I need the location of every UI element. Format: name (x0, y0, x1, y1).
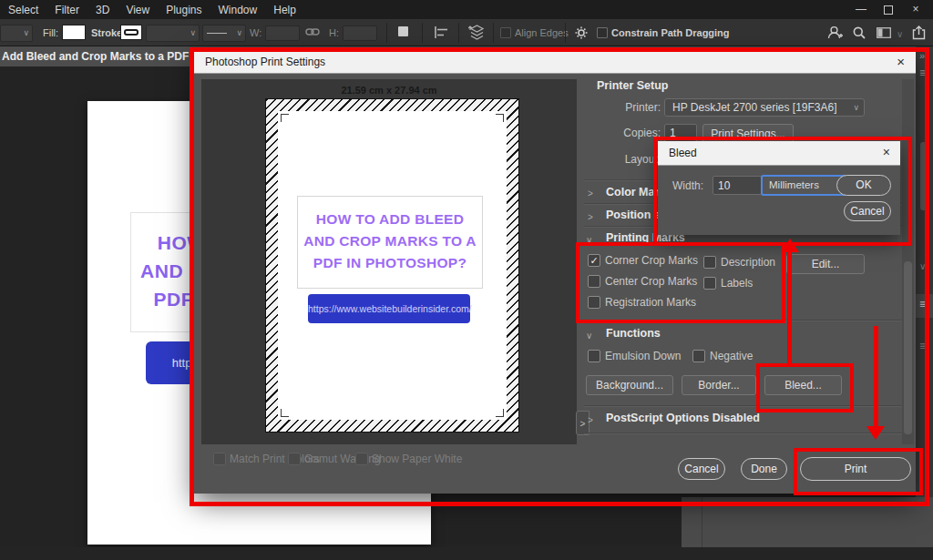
shape-width-label: W: (250, 27, 261, 38)
window-minimize-button[interactable]: — (847, 0, 875, 19)
menu-bar: Select Filter 3D View Plugins Window Hel… (0, 0, 933, 19)
section-postscript[interactable]: PostScript Options Disabled (606, 412, 760, 424)
chevron-right-icon: > (588, 212, 593, 222)
fill-swatch[interactable] (62, 25, 86, 40)
background-panel (682, 497, 933, 547)
share-user-icon[interactable] (827, 25, 843, 40)
copies-label: Copies: (595, 127, 661, 139)
printer-dropdown[interactable]: HP DeskJet 2700 series [19F3A6] ∨ (664, 98, 865, 117)
background-button[interactable]: Background... (586, 375, 673, 395)
bleed-button[interactable]: Bleed... (764, 375, 842, 395)
menu-window[interactable]: Window (210, 4, 266, 16)
labels-label: Labels (721, 277, 753, 290)
crop-mark-icon (281, 409, 289, 417)
bleed-close-icon[interactable]: × (883, 145, 890, 159)
menu-help[interactable]: Help (265, 4, 304, 16)
show-paper-white-label: Show Paper White (372, 453, 462, 465)
constrain-path-label: Constrain Path Dragging (611, 27, 730, 38)
registration-marks-label: Registration Marks (605, 296, 696, 309)
paper-size-label: 21.59 cm x 27.94 cm (201, 85, 577, 96)
bleed-width-field[interactable] (713, 176, 762, 195)
preview-headline-box: HOW TO ADD BLEED AND CROP MARKS TO A PDF… (297, 196, 483, 289)
emulsion-down-checkbox[interactable] (588, 350, 600, 362)
section-functions[interactable]: Functions (606, 327, 661, 340)
bleed-width-label: Width: (672, 179, 703, 192)
copies-field[interactable] (664, 124, 697, 142)
stroke-preview-icon (124, 29, 138, 36)
dialog-close-icon[interactable]: × (897, 54, 905, 69)
path-arrangement-icon[interactable] (468, 25, 486, 41)
border-button[interactable]: Border... (682, 375, 756, 395)
bleed-unit-value: Millimeters (769, 179, 819, 190)
collapse-panels-icon[interactable]: » (919, 50, 925, 61)
menu-plugins[interactable]: Plugins (158, 4, 210, 16)
menu-3d[interactable]: 3D (87, 4, 118, 16)
stroke-line-icon (207, 33, 227, 34)
shape-height-field[interactable] (343, 25, 377, 41)
menu-view[interactable]: View (118, 4, 158, 16)
dialog-title: Photoshop Print Settings (205, 56, 325, 68)
settings-scrollbar-thumb[interactable] (904, 261, 912, 434)
status-bar (0, 547, 933, 560)
panel-menu-icon: ≡ (919, 298, 926, 311)
window-restore-button[interactable] (875, 0, 902, 19)
settings-scrollbar-track (902, 79, 914, 444)
gear-icon[interactable] (575, 26, 588, 39)
menu-select[interactable]: Select (0, 4, 46, 16)
gamut-warning-label: Gamut Warning (304, 453, 381, 465)
shape-height-label: H: (329, 27, 339, 38)
panel-menu-icon[interactable]: ≡ (919, 66, 926, 79)
tool-preset-dropdown: ∨ (0, 25, 33, 42)
printer-label: Printer: (595, 101, 661, 114)
bleed-dialog-title: Bleed (669, 147, 697, 159)
panel-tab[interactable]: ≡ (916, 294, 933, 318)
bleed-cancel-button[interactable]: Cancel (844, 201, 891, 221)
print-preview-panel: 21.59 cm x 27.94 cm HOW TO ADD BLEED AND… (201, 79, 577, 444)
chevron-down-icon[interactable]: ∨ (919, 261, 926, 271)
crop-mark-icon (496, 409, 504, 417)
menu-filter[interactable]: Filter (46, 4, 87, 16)
panel-dock: » ≡ ∨ ≡ ≡ (916, 46, 933, 497)
corner-crop-marks-label: Corner Crop Marks (605, 254, 698, 267)
edit-button[interactable]: Edit... (786, 254, 865, 274)
emulsion-down-label: Emulsion Down (605, 350, 681, 362)
panel-menu-icon[interactable]: ≡ (919, 340, 926, 352)
done-button[interactable]: Done (741, 458, 787, 480)
crop-mark-icon (496, 114, 504, 122)
workspace-panel-icon[interactable] (877, 27, 891, 38)
center-crop-marks-label: Center Crop Marks (605, 275, 697, 288)
stroke-width-dropdown[interactable]: ∨ (146, 25, 200, 42)
shape-width-field[interactable] (265, 25, 300, 41)
printer-value: HP DeskJet 2700 series [19F3A6] (672, 101, 837, 114)
link-dimensions-icon[interactable] (305, 25, 320, 38)
show-paper-white-checkbox (355, 453, 368, 465)
bleed-ok-button[interactable]: OK (836, 175, 891, 196)
path-operations-icon[interactable] (398, 26, 408, 36)
chevron-right-icon: > (588, 415, 593, 425)
cancel-button[interactable]: Cancel (678, 458, 725, 480)
share-export-icon[interactable] (912, 25, 926, 40)
path-alignment-icon[interactable] (435, 26, 449, 38)
stroke-swatch[interactable] (120, 25, 142, 40)
corner-crop-marks-checkbox[interactable]: ✓ (588, 254, 600, 267)
search-icon[interactable] (853, 26, 866, 39)
chevron-down-icon[interactable]: ∨ (897, 29, 903, 39)
dock-scrollbar-thumb[interactable] (920, 142, 927, 210)
restore-icon (884, 5, 893, 15)
stroke-type-dropdown[interactable]: ∨ (202, 25, 246, 42)
description-label: Description (721, 256, 775, 269)
bleed-title-bar: Bleed × (658, 141, 900, 166)
preview-headline-line: AND CROP MARKS TO A (298, 230, 482, 252)
chevron-down-icon: ∨ (853, 99, 859, 116)
negative-checkbox[interactable] (692, 350, 705, 362)
gamut-warning-checkbox (288, 453, 301, 465)
registration-marks-checkbox[interactable] (588, 296, 600, 309)
description-checkbox[interactable] (703, 256, 716, 269)
window-close-button[interactable]: × (902, 0, 929, 19)
center-crop-marks-checkbox[interactable] (588, 275, 600, 288)
fill-label: Fill: (43, 27, 58, 38)
print-button[interactable]: Print (800, 457, 911, 481)
constrain-path-checkbox[interactable] (597, 27, 608, 38)
preview-headline-line: HOW TO ADD BLEED (298, 209, 482, 230)
labels-checkbox[interactable] (703, 277, 716, 290)
